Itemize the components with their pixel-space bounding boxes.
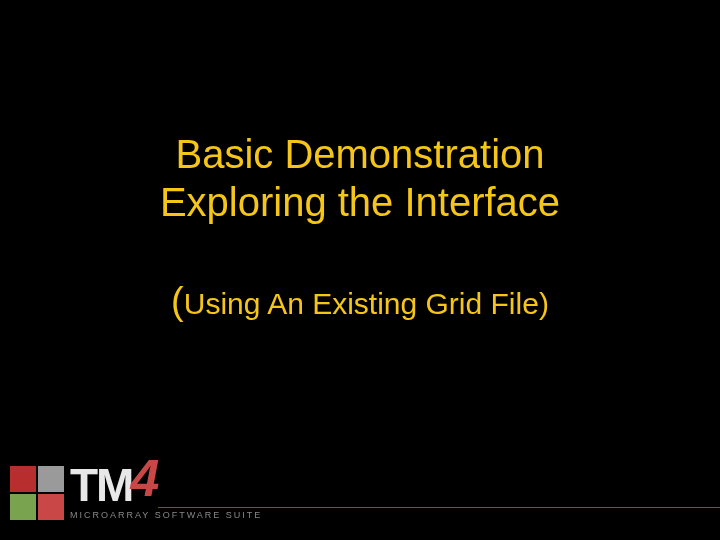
slide-title-block: Basic Demonstration Exploring the Interf… — [0, 130, 720, 226]
logo-square-red — [10, 466, 36, 492]
logo-four-text: 4 — [130, 452, 159, 504]
logo-tm4: TM 4 — [70, 454, 166, 508]
subtitle-text: Using An Existing Grid File) — [184, 287, 549, 320]
logo-square-gray — [38, 466, 64, 492]
logo-square-green — [10, 494, 36, 520]
title-line-1: Basic Demonstration — [0, 130, 720, 178]
logo-tm-text: TM — [70, 462, 132, 508]
logo-tagline: MICROARRAY SOFTWARE SUITE — [70, 510, 262, 520]
logo-squares-icon — [10, 466, 64, 520]
logo-square-red-2 — [38, 494, 64, 520]
logo-text-group: TM 4 MICROARRAY SOFTWARE SUITE — [70, 454, 262, 520]
title-line-2: Exploring the Interface — [0, 178, 720, 226]
logo-four-container: 4 — [130, 456, 166, 508]
slide-subtitle: (Using An Existing Grid File) — [0, 280, 720, 323]
tm4-logo: TM 4 MICROARRAY SOFTWARE SUITE — [10, 454, 262, 520]
subtitle-open-paren: ( — [171, 280, 184, 322]
